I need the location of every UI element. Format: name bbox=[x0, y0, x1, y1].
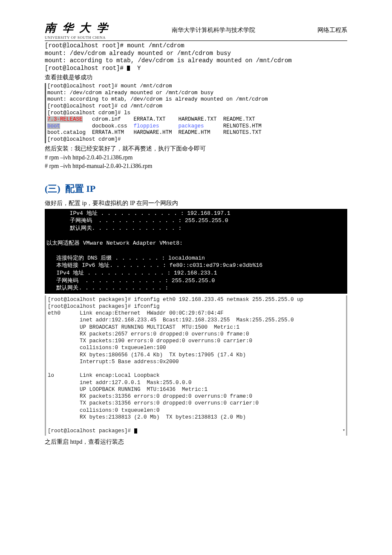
t2-r3c3: HARDWARE.HTM bbox=[134, 130, 172, 136]
logo-en: UNIVERSITY OF SOUTH CHINA bbox=[45, 35, 106, 40]
heading-cn: 配置 bbox=[65, 183, 84, 194]
lc-l17: collisions:0 txqueuelen:0 bbox=[48, 408, 160, 413]
t2-r1c4: HARDWARE.TXT bbox=[179, 116, 217, 122]
cmd-rpm-httpd: # rpm –ivh httpd-2.0.40-21.i386.rpm bbox=[45, 154, 347, 161]
t2-r1c2: cdrom.inf bbox=[92, 116, 121, 122]
lc-l2: [root@localhost packages]# ifconfig bbox=[48, 304, 160, 309]
lc-l8: collisions:0 txqueuelen:100 bbox=[48, 345, 166, 351]
lc-l12: lo Link encap:Local Loopback bbox=[48, 373, 160, 379]
text-install: 然后安装：我已经安装好了，就不再赘述，执行下面命令即可 bbox=[45, 145, 347, 153]
t2-r2c2: docbook.css bbox=[92, 123, 127, 129]
text-restart-httpd: 之后重启 httpd，查看运行装态 bbox=[45, 438, 347, 446]
heading-number: (三) bbox=[45, 183, 61, 194]
text-check-mount: 查看挂载是够成功 bbox=[45, 74, 347, 81]
lc-l13: inet addr:127.0.0.1 Mask:255.0.0.0 bbox=[48, 380, 192, 386]
t2-l5a: [root@localhost cdrom]# ls bbox=[47, 110, 130, 116]
header-right: 网络工程系 bbox=[317, 26, 347, 34]
t2-l2: mount: /dev/cdrom already mounted or /mn… bbox=[47, 90, 213, 96]
d-l0: IPv4 地址 . . . . . . . . . . . . : 192.16… bbox=[46, 210, 231, 217]
windows-ipconfig-block: IPv4 地址 . . . . . . . . . . . . : 192.16… bbox=[45, 209, 347, 294]
d-l8: IPv4 地址 . . . . . . . . . . . . : 192.16… bbox=[46, 270, 217, 276]
t2-r2c3: floppies bbox=[134, 123, 159, 129]
terminal-block-1: [root@localhost root]# mount /mnt/cdrom … bbox=[45, 42, 347, 72]
cmd-rpm-httpd-manual: # rpm –ivh httpd-manual-2.0.40-21.i386.r… bbox=[45, 163, 347, 170]
t2-l4: [root@localhost root]# cd /mnt/cdrom bbox=[47, 103, 162, 109]
t1-l3: mount: according to mtab, /dev/cdrom is … bbox=[45, 57, 292, 64]
d-l9: 子网掩码 . . . . . . . . . . . . : 255.255.2… bbox=[46, 278, 215, 284]
d-l7: 本地链接 IPv6 地址. . . . . . . . : fe80::c031… bbox=[46, 262, 262, 269]
logo: 南 华 大 学 UNIVERSITY OF SOUTH CHINA bbox=[45, 20, 110, 40]
d-l1: 子网掩码 . . . . . . . . . . . . : 255.255.2… bbox=[46, 217, 228, 224]
lc-l18: RX bytes:2138813 (2.0 Mb) TX bytes:21388… bbox=[48, 414, 246, 420]
t2-r2c4: packages bbox=[179, 123, 204, 129]
t2-r2c5: RELNOTES.HTM bbox=[223, 123, 262, 129]
t1-l2: mount: /dev/cdrom already mounted or /mn… bbox=[45, 50, 231, 57]
lc-l20: [root@localhost packages]# bbox=[48, 428, 134, 434]
d-l4: 以太网适配器 VMware Network Adapter VMnet8: bbox=[46, 240, 183, 246]
terminal-block-2: [root@localhost root]# mount /mnt/cdrom … bbox=[45, 83, 347, 143]
t2-r3c2: ERRATA.HTM bbox=[92, 130, 124, 136]
logo-cn: 南 华 大 学 bbox=[45, 20, 110, 35]
page-header: 南 华 大 学 UNIVERSITY OF SOUTH CHINA 南华大学计算… bbox=[45, 20, 347, 41]
t2-r3c5: RELNOTES.TXT bbox=[223, 130, 262, 136]
t2-r1c1: 7.3-RELEASE bbox=[47, 116, 83, 122]
linux-ifconfig-block: [root@localhost packages]# ifconfig eth0… bbox=[45, 295, 347, 436]
heading-section-3: (三) 配置 IP bbox=[45, 182, 347, 195]
lc-l5: UP BROADCAST RUNNING MULTICAST MTU:1500 … bbox=[48, 324, 239, 330]
t2-r1c5: README.TXT bbox=[223, 116, 255, 122]
t2-r2c1: boot bbox=[47, 123, 60, 129]
lc-l14: UP LOOPBACK RUNNING MTU:16436 Metric:1 bbox=[48, 387, 208, 393]
t1-l4: [root@localhost root]# bbox=[45, 65, 127, 72]
t1-l1: [root@localhost root]# mount /mnt/cdrom bbox=[45, 42, 184, 49]
lc-l7: TX packets:190 errors:0 dropped:0 overru… bbox=[48, 338, 252, 344]
t2-r1c3: ERRATA.TXT bbox=[134, 116, 166, 122]
d-l2: 默认网关. . . . . . . . . . . . . : bbox=[46, 225, 182, 231]
lc-l1: [root@localhost packages]# ifconfig eth0… bbox=[48, 297, 303, 303]
lc-l4: inet addr:192.168.233.45 Bcast:192.168.2… bbox=[48, 317, 294, 323]
lc-l9: RX bytes:180656 (176.4 Kb) TX bytes:1790… bbox=[48, 352, 246, 358]
lc-l6: RX packets:2657 errors:0 dropped:0 overr… bbox=[48, 331, 249, 337]
t2-l3: mount: according to mtab, /dev/cdrom is … bbox=[47, 96, 268, 102]
d-l10: 默认网关. . . . . . . . . . . . . : bbox=[46, 285, 168, 291]
t2-lend: [root@localhost cdrom]# bbox=[47, 136, 121, 142]
lc-l15: RX packets:31356 errors:0 dropped:0 over… bbox=[48, 393, 252, 399]
t1-l4b: Y bbox=[130, 65, 141, 72]
text-config-ip: 做好后，配置 ip，要和虚拟机的 IP 在同一个网段内 bbox=[45, 199, 347, 207]
heading-lat: IP bbox=[84, 183, 96, 194]
lc-l16: TX packets:31356 errors:0 dropped:0 over… bbox=[48, 400, 259, 406]
t2-r3c4: README.HTM bbox=[179, 130, 210, 136]
cursor-icon bbox=[134, 428, 137, 434]
lc-l10: Interrupt:5 Base address:0x2000 bbox=[48, 359, 179, 365]
document-page: 南 华 大 学 UNIVERSITY OF SOUTH CHINA 南华大学计算… bbox=[0, 0, 392, 465]
t2-l1: [root@localhost root]# mount /mnt/cdrom bbox=[47, 83, 172, 89]
t2-r3c1: boot.catalog bbox=[47, 130, 86, 136]
d-l6: 连接特定的 DNS 后缀 . . . . . . . : localdomain bbox=[46, 255, 205, 261]
lc-l3: eth0 Link encap:Ethernet HWaddr 00:0C:29… bbox=[48, 310, 224, 316]
scroll-down-icon: ▾ bbox=[343, 428, 345, 433]
header-center: 南华大学计算机科学与技术学院 bbox=[172, 26, 255, 34]
